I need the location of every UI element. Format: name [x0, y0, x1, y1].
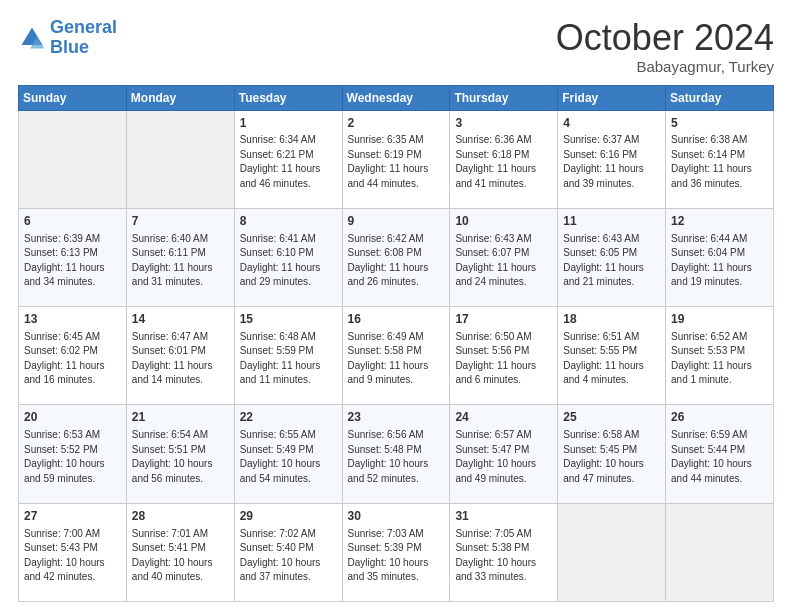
table-row: 19Sunrise: 6:52 AMSunset: 5:53 PMDayligh…	[666, 307, 774, 405]
cell-content: Sunrise: 6:59 AMSunset: 5:44 PMDaylight:…	[671, 428, 768, 486]
day-number: 1	[240, 115, 337, 132]
day-number: 14	[132, 311, 229, 328]
day-number: 9	[348, 213, 445, 230]
table-row: 8Sunrise: 6:41 AMSunset: 6:10 PMDaylight…	[234, 208, 342, 306]
day-number: 11	[563, 213, 660, 230]
table-row	[558, 503, 666, 601]
table-row: 9Sunrise: 6:42 AMSunset: 6:08 PMDaylight…	[342, 208, 450, 306]
col-thursday: Thursday	[450, 85, 558, 110]
table-row: 17Sunrise: 6:50 AMSunset: 5:56 PMDayligh…	[450, 307, 558, 405]
logo: General Blue	[18, 18, 117, 58]
table-row	[126, 110, 234, 208]
table-row: 12Sunrise: 6:44 AMSunset: 6:04 PMDayligh…	[666, 208, 774, 306]
col-sunday: Sunday	[19, 85, 127, 110]
day-number: 15	[240, 311, 337, 328]
table-row: 14Sunrise: 6:47 AMSunset: 6:01 PMDayligh…	[126, 307, 234, 405]
col-friday: Friday	[558, 85, 666, 110]
day-number: 10	[455, 213, 552, 230]
table-row: 20Sunrise: 6:53 AMSunset: 5:52 PMDayligh…	[19, 405, 127, 503]
cell-content: Sunrise: 6:49 AMSunset: 5:58 PMDaylight:…	[348, 330, 445, 388]
cell-content: Sunrise: 7:01 AMSunset: 5:41 PMDaylight:…	[132, 527, 229, 585]
location: Babayagmur, Turkey	[556, 58, 774, 75]
cell-content: Sunrise: 6:50 AMSunset: 5:56 PMDaylight:…	[455, 330, 552, 388]
day-number: 2	[348, 115, 445, 132]
header: General Blue October 2024 Babayagmur, Tu…	[18, 18, 774, 75]
day-number: 24	[455, 409, 552, 426]
cell-content: Sunrise: 6:37 AMSunset: 6:16 PMDaylight:…	[563, 133, 660, 191]
table-row: 1Sunrise: 6:34 AMSunset: 6:21 PMDaylight…	[234, 110, 342, 208]
table-row: 22Sunrise: 6:55 AMSunset: 5:49 PMDayligh…	[234, 405, 342, 503]
cell-content: Sunrise: 6:36 AMSunset: 6:18 PMDaylight:…	[455, 133, 552, 191]
table-row: 28Sunrise: 7:01 AMSunset: 5:41 PMDayligh…	[126, 503, 234, 601]
table-row: 21Sunrise: 6:54 AMSunset: 5:51 PMDayligh…	[126, 405, 234, 503]
cell-content: Sunrise: 6:41 AMSunset: 6:10 PMDaylight:…	[240, 232, 337, 290]
table-row: 27Sunrise: 7:00 AMSunset: 5:43 PMDayligh…	[19, 503, 127, 601]
day-number: 28	[132, 508, 229, 525]
table-row: 29Sunrise: 7:02 AMSunset: 5:40 PMDayligh…	[234, 503, 342, 601]
cell-content: Sunrise: 6:47 AMSunset: 6:01 PMDaylight:…	[132, 330, 229, 388]
cell-content: Sunrise: 6:40 AMSunset: 6:11 PMDaylight:…	[132, 232, 229, 290]
day-number: 19	[671, 311, 768, 328]
calendar-week-row: 13Sunrise: 6:45 AMSunset: 6:02 PMDayligh…	[19, 307, 774, 405]
table-row: 5Sunrise: 6:38 AMSunset: 6:14 PMDaylight…	[666, 110, 774, 208]
cell-content: Sunrise: 6:39 AMSunset: 6:13 PMDaylight:…	[24, 232, 121, 290]
table-row: 26Sunrise: 6:59 AMSunset: 5:44 PMDayligh…	[666, 405, 774, 503]
day-number: 21	[132, 409, 229, 426]
day-number: 26	[671, 409, 768, 426]
calendar-week-row: 1Sunrise: 6:34 AMSunset: 6:21 PMDaylight…	[19, 110, 774, 208]
calendar-week-row: 6Sunrise: 6:39 AMSunset: 6:13 PMDaylight…	[19, 208, 774, 306]
cell-content: Sunrise: 6:35 AMSunset: 6:19 PMDaylight:…	[348, 133, 445, 191]
cell-content: Sunrise: 6:48 AMSunset: 5:59 PMDaylight:…	[240, 330, 337, 388]
table-row: 6Sunrise: 6:39 AMSunset: 6:13 PMDaylight…	[19, 208, 127, 306]
day-number: 4	[563, 115, 660, 132]
cell-content: Sunrise: 6:53 AMSunset: 5:52 PMDaylight:…	[24, 428, 121, 486]
day-number: 12	[671, 213, 768, 230]
cell-content: Sunrise: 6:43 AMSunset: 6:07 PMDaylight:…	[455, 232, 552, 290]
day-number: 31	[455, 508, 552, 525]
day-number: 8	[240, 213, 337, 230]
cell-content: Sunrise: 7:02 AMSunset: 5:40 PMDaylight:…	[240, 527, 337, 585]
table-row: 25Sunrise: 6:58 AMSunset: 5:45 PMDayligh…	[558, 405, 666, 503]
logo-icon	[18, 24, 46, 52]
col-saturday: Saturday	[666, 85, 774, 110]
day-number: 27	[24, 508, 121, 525]
day-number: 16	[348, 311, 445, 328]
day-number: 20	[24, 409, 121, 426]
table-row: 31Sunrise: 7:05 AMSunset: 5:38 PMDayligh…	[450, 503, 558, 601]
calendar-week-row: 20Sunrise: 6:53 AMSunset: 5:52 PMDayligh…	[19, 405, 774, 503]
cell-content: Sunrise: 6:54 AMSunset: 5:51 PMDaylight:…	[132, 428, 229, 486]
month-title: October 2024	[556, 18, 774, 58]
day-number: 30	[348, 508, 445, 525]
table-row: 3Sunrise: 6:36 AMSunset: 6:18 PMDaylight…	[450, 110, 558, 208]
cell-content: Sunrise: 6:44 AMSunset: 6:04 PMDaylight:…	[671, 232, 768, 290]
page: General Blue October 2024 Babayagmur, Tu…	[0, 0, 792, 612]
cell-content: Sunrise: 7:00 AMSunset: 5:43 PMDaylight:…	[24, 527, 121, 585]
table-row: 4Sunrise: 6:37 AMSunset: 6:16 PMDaylight…	[558, 110, 666, 208]
cell-content: Sunrise: 7:03 AMSunset: 5:39 PMDaylight:…	[348, 527, 445, 585]
day-number: 22	[240, 409, 337, 426]
cell-content: Sunrise: 6:52 AMSunset: 5:53 PMDaylight:…	[671, 330, 768, 388]
logo-line2: Blue	[50, 37, 89, 57]
day-number: 29	[240, 508, 337, 525]
cell-content: Sunrise: 6:57 AMSunset: 5:47 PMDaylight:…	[455, 428, 552, 486]
cell-content: Sunrise: 6:51 AMSunset: 5:55 PMDaylight:…	[563, 330, 660, 388]
table-row: 7Sunrise: 6:40 AMSunset: 6:11 PMDaylight…	[126, 208, 234, 306]
day-number: 18	[563, 311, 660, 328]
table-row: 16Sunrise: 6:49 AMSunset: 5:58 PMDayligh…	[342, 307, 450, 405]
table-row: 24Sunrise: 6:57 AMSunset: 5:47 PMDayligh…	[450, 405, 558, 503]
cell-content: Sunrise: 6:38 AMSunset: 6:14 PMDaylight:…	[671, 133, 768, 191]
day-number: 17	[455, 311, 552, 328]
cell-content: Sunrise: 6:34 AMSunset: 6:21 PMDaylight:…	[240, 133, 337, 191]
day-number: 5	[671, 115, 768, 132]
cell-content: Sunrise: 6:58 AMSunset: 5:45 PMDaylight:…	[563, 428, 660, 486]
day-number: 7	[132, 213, 229, 230]
day-number: 13	[24, 311, 121, 328]
cell-content: Sunrise: 6:42 AMSunset: 6:08 PMDaylight:…	[348, 232, 445, 290]
day-number: 3	[455, 115, 552, 132]
table-row: 13Sunrise: 6:45 AMSunset: 6:02 PMDayligh…	[19, 307, 127, 405]
cell-content: Sunrise: 6:56 AMSunset: 5:48 PMDaylight:…	[348, 428, 445, 486]
cell-content: Sunrise: 6:43 AMSunset: 6:05 PMDaylight:…	[563, 232, 660, 290]
cell-content: Sunrise: 6:45 AMSunset: 6:02 PMDaylight:…	[24, 330, 121, 388]
day-number: 23	[348, 409, 445, 426]
table-row	[666, 503, 774, 601]
